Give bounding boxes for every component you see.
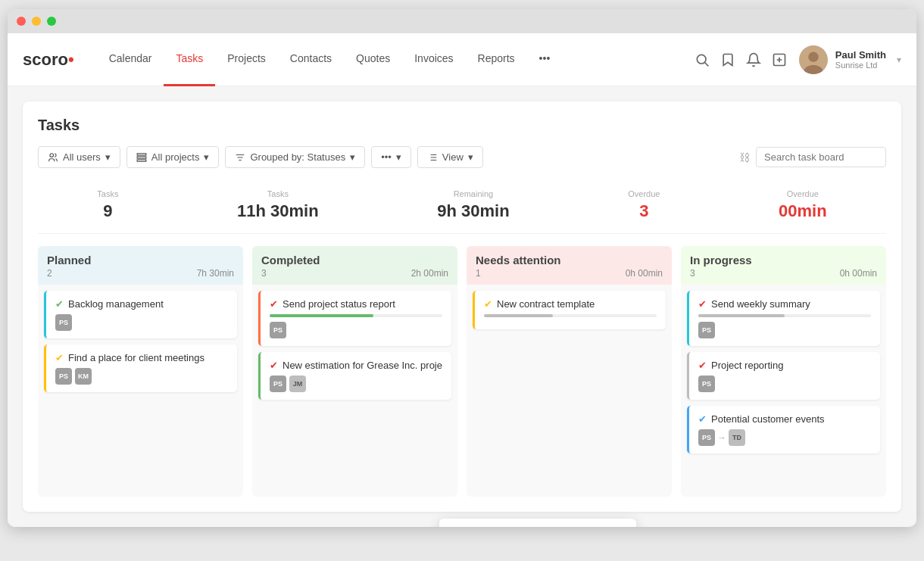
check-icon: ✔ [484, 298, 492, 310]
task-badges-weekly: PS [698, 322, 871, 338]
more-options-label: ••• [381, 151, 392, 163]
search-input-wrap [756, 147, 886, 167]
task-card-grease[interactable]: ✔ New estimation for Grease Inc. proje P… [258, 352, 451, 400]
all-users-button[interactable]: All users ▾ [38, 146, 120, 168]
stat-tasks-time-label: Tasks [267, 189, 289, 198]
task-badges-reporting: PS [698, 376, 871, 392]
col-header-planned: Planned 2 7h 30min [38, 246, 243, 285]
view-button[interactable]: View ▾ [417, 146, 483, 168]
column-needs-attention: Needs attention 1 0h 00min ✔ New contrac… [467, 246, 672, 497]
check-icon: ✔ [55, 298, 64, 310]
nav-quotes[interactable]: Quotes [344, 33, 402, 86]
col-header-needs: Needs attention 1 0h 00min [467, 246, 672, 285]
all-projects-button[interactable]: All projects ▾ [126, 146, 220, 168]
col-time-planned: 7h 30min [197, 268, 234, 279]
task-name-project-reporting: ✔ Project reporting [698, 360, 871, 371]
avatar [799, 45, 828, 74]
stat-tasks-count: Tasks 9 [97, 189, 118, 221]
user-area[interactable]: Paul Smith Sunrise Ltd ▾ [799, 45, 901, 74]
nav-icons [695, 52, 787, 67]
stat-tasks-time: Tasks 11h 30min [237, 189, 319, 221]
nav-calendar[interactable]: Calendar [97, 33, 164, 86]
task-card-status-report[interactable]: ✔ Send project status report PS [258, 291, 451, 346]
chevron-down-icon: ▾ [897, 55, 901, 65]
task-name-contract: ✔ New contract template [484, 298, 657, 310]
bell-icon[interactable] [746, 52, 761, 67]
svg-rect-10 [137, 156, 146, 157]
col-count-inprogress: 3 [690, 268, 752, 279]
stat-remaining-label: Remaining [454, 189, 494, 198]
stat-remaining: Remaining 9h 30min [437, 189, 509, 221]
check-icon: ✔ [270, 360, 278, 371]
nav-links: Calendar Tasks Projects Contacts Quotes … [97, 33, 695, 86]
view-label: View [442, 151, 464, 163]
floating-card-agree-budget[interactable]: ✔ Agree on budget ✛ PS → JM [439, 519, 636, 527]
stat-tasks-time-value: 11h 30min [237, 201, 319, 221]
progress-bar-weekly [698, 314, 871, 317]
task-card-project-reporting[interactable]: ✔ Project reporting PS [687, 352, 880, 400]
minimize-button[interactable] [32, 17, 41, 26]
badge-ps: PS [698, 322, 715, 338]
nav-reports[interactable]: Reports [466, 33, 527, 86]
all-projects-label: All projects [151, 151, 200, 163]
search-area: ⛓ [739, 147, 886, 167]
col-time-completed: 2h 00min [411, 268, 448, 279]
col-time-needs: 0h 00min [626, 268, 663, 279]
task-card-weekly-summary[interactable]: ✔ Send weekly summary PS [687, 291, 880, 346]
svg-rect-11 [137, 159, 146, 161]
svg-rect-9 [137, 153, 146, 154]
badge-ps: PS [698, 376, 715, 392]
progress-fill [270, 314, 373, 317]
col-title-needs: Needs attention [476, 254, 561, 266]
user-company: Sunrise Ltd [835, 61, 886, 70]
nav-invoices[interactable]: Invoices [402, 33, 465, 86]
nav-contacts[interactable]: Contacts [278, 33, 344, 86]
task-badges-events: PS → TD [698, 429, 871, 446]
task-card-customer-events[interactable]: ✔ Potential customer events PS → TD [687, 406, 880, 453]
bookmark-icon[interactable] [720, 52, 735, 67]
page-title: Tasks [38, 117, 886, 134]
check-icon: ✔ [698, 360, 707, 371]
add-icon[interactable] [772, 52, 787, 67]
view-chevron: ▾ [468, 151, 473, 163]
task-name-customer-events: ✔ Potential customer events [698, 413, 871, 425]
main-content: Tasks All users ▾ All projects ▾ Grouped… [8, 86, 916, 527]
col-header-inprogress: In progress 3 0h 00min [681, 246, 886, 285]
search-icon[interactable] [695, 52, 710, 67]
badge-arrow: PS → TD [698, 429, 745, 446]
progress-fill [484, 314, 553, 317]
col-header-completed: Completed 3 2h 00min [252, 246, 457, 285]
grouped-by-button[interactable]: Grouped by: Statuses ▾ [225, 146, 365, 168]
nav-projects[interactable]: Projects [215, 33, 278, 86]
badge-ps: PS [55, 368, 72, 385]
task-card-client-meetings[interactable]: ✔ Find a place for client meetings PS KM [44, 344, 237, 392]
more-options-button[interactable]: ••• ▾ [371, 146, 411, 168]
search-input[interactable] [764, 151, 878, 163]
content-card: Tasks All users ▾ All projects ▾ Grouped… [23, 101, 901, 512]
stat-overdue-count: Overdue 3 [628, 189, 660, 221]
toolbar: All users ▾ All projects ▾ Grouped by: S… [38, 146, 886, 168]
stat-tasks-count-value: 9 [103, 201, 112, 221]
stat-remaining-value: 9h 30min [437, 201, 509, 221]
logo[interactable]: scoro• [23, 50, 74, 70]
all-users-chevron: ▾ [105, 151, 111, 163]
badge-km: KM [75, 368, 92, 385]
kanban-board: Planned 2 7h 30min ✔ Backlog management [38, 246, 886, 497]
progress-bar-status-report [270, 314, 442, 317]
maximize-button[interactable] [47, 17, 56, 26]
user-info: Paul Smith Sunrise Ltd [835, 49, 886, 70]
close-button[interactable] [17, 17, 26, 26]
check-icon: ✔ [270, 298, 278, 310]
col-body-needs: ✔ New contract template [467, 285, 672, 497]
grouped-by-chevron: ▾ [350, 151, 355, 163]
more-options-chevron: ▾ [396, 151, 401, 163]
nav-tasks[interactable]: Tasks [164, 33, 215, 86]
column-in-progress: In progress 3 0h 00min ✔ Send weekly sum… [681, 246, 886, 497]
svg-point-0 [697, 55, 706, 64]
task-badges-status-report: PS [270, 322, 442, 338]
task-name-backlog: ✔ Backlog management [55, 298, 228, 310]
nav-more[interactable]: ••• [527, 33, 563, 86]
task-card-contract[interactable]: ✔ New contract template [473, 291, 666, 329]
col-count-needs: 1 [476, 268, 561, 279]
task-card-backlog[interactable]: ✔ Backlog management PS [44, 291, 237, 338]
